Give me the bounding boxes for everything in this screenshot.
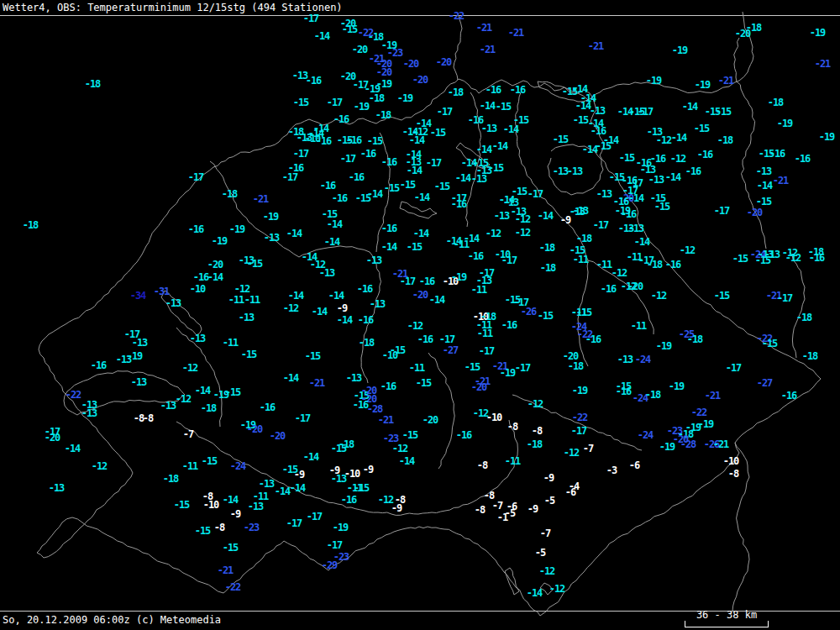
- station-value: -18: [802, 351, 818, 361]
- station-value: -13: [81, 408, 97, 418]
- station-value: -18: [796, 312, 812, 323]
- station-value: -16: [193, 272, 209, 282]
- station-value: -14: [492, 141, 508, 151]
- station-value: -15: [576, 307, 592, 318]
- station-value: -15: [384, 183, 400, 193]
- station-value: -18: [539, 243, 555, 253]
- station-value: -9: [230, 509, 240, 519]
- station-value: -15: [400, 180, 416, 190]
- station-value: -18: [222, 189, 238, 199]
- station-value: -14: [757, 181, 773, 191]
- station-value: -14: [324, 237, 340, 247]
- station-value: -21: [815, 59, 831, 69]
- station-value: -18: [163, 474, 179, 484]
- station-value: -13: [756, 166, 772, 176]
- station-value: -14: [223, 495, 239, 505]
- station-value: -21: [713, 439, 729, 449]
- station-value: -24: [230, 461, 246, 471]
- station-value: -18: [448, 87, 464, 97]
- station-value: -24: [638, 430, 654, 440]
- station-value: -13: [248, 501, 264, 512]
- station-value: -11: [573, 255, 589, 265]
- station-value: -22: [572, 412, 588, 423]
- station-value: -11: [477, 328, 493, 339]
- station-value: -15: [407, 242, 423, 252]
- station-value: -12: [680, 245, 696, 255]
- station-value: -18: [687, 334, 703, 344]
- station-value: -17: [593, 220, 609, 230]
- station-value: -9: [543, 473, 554, 483]
- station-value: -10: [382, 350, 398, 360]
- station-value: -17: [726, 363, 742, 373]
- station-value: -16: [486, 85, 501, 95]
- station-value: -19: [376, 79, 392, 89]
- station-value: -16: [353, 400, 369, 410]
- station-value: -14: [302, 252, 318, 262]
- station-value: -15: [430, 128, 446, 138]
- station-value: -11: [244, 295, 260, 305]
- station-value: -15: [496, 102, 512, 112]
- station-value: -14: [303, 452, 319, 462]
- station-value: -15: [538, 311, 554, 321]
- station-value: -11: [409, 363, 425, 373]
- station-value: -20: [403, 59, 419, 69]
- station-value: -17: [282, 172, 298, 182]
- station-value: -16: [769, 149, 785, 159]
- station-value: -14: [476, 144, 492, 155]
- station-value: -8: [532, 426, 542, 436]
- station-value: -31: [154, 286, 170, 297]
- station-value: -11: [182, 461, 198, 471]
- station-value: -17: [307, 512, 323, 522]
- station-value: -14: [413, 228, 429, 239]
- station-value: -14: [480, 101, 496, 111]
- station-value: -20: [471, 382, 487, 392]
- station-value: -10: [486, 412, 502, 423]
- station-value: -14: [207, 272, 223, 282]
- station-value: -14: [414, 192, 430, 202]
- station-value: -20: [247, 424, 263, 434]
- station-value: -17: [295, 413, 311, 423]
- station-value: -12: [182, 363, 198, 373]
- station-value: -16: [333, 114, 349, 124]
- station-value: -19: [263, 212, 279, 222]
- station-value: -16: [332, 193, 348, 203]
- station-value: -16: [381, 381, 396, 391]
- station-value: -18: [540, 263, 556, 273]
- station-value: -13: [494, 211, 510, 221]
- station-value: -20: [376, 67, 392, 77]
- station-value: -18: [201, 403, 217, 413]
- station-value: -16: [316, 136, 332, 146]
- station-value: -14: [314, 31, 330, 41]
- weather-map[interactable]: -18-17-18-21-19-18-17-14-20-15-22-18-19-…: [0, 16, 840, 611]
- station-value: -8: [214, 522, 224, 533]
- station-value: -21: [476, 23, 492, 33]
- station-value: -12: [549, 584, 565, 594]
- station-value: -14: [455, 173, 471, 183]
- station-value: -15: [465, 362, 480, 372]
- station-value: -19: [397, 93, 413, 103]
- station-value: -15: [241, 349, 257, 360]
- station-value: -16: [795, 154, 811, 164]
- station-value: -16: [510, 85, 526, 95]
- station-value: -13: [590, 106, 606, 116]
- station-value: -16: [456, 430, 472, 440]
- station-value: -18: [746, 23, 762, 33]
- station-value: -1: [497, 512, 507, 522]
- station-value: -13: [596, 189, 612, 199]
- station-value: -15: [355, 193, 371, 203]
- station-value: -18: [576, 234, 592, 244]
- station-value: -11: [505, 456, 521, 466]
- station-value: -16: [306, 76, 322, 86]
- station-value: -17: [327, 540, 343, 550]
- station-value: -21: [508, 28, 524, 38]
- station-value: -18: [768, 97, 784, 108]
- station-value: -12: [651, 291, 667, 301]
- station-value: -8: [728, 469, 738, 479]
- station-value: -15: [293, 97, 309, 108]
- station-value: -13: [49, 483, 65, 493]
- station-value: -13: [567, 166, 583, 176]
- station-value: -17: [479, 346, 495, 356]
- station-value: -19: [669, 381, 685, 391]
- station-value: -21: [705, 391, 721, 401]
- station-value: -17: [293, 149, 309, 159]
